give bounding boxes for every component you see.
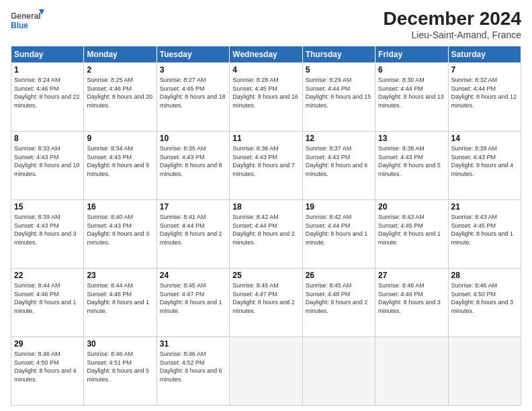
day-info-line: Daylight: 8 hours and 12 minutes. <box>451 93 517 109</box>
day-info-line: Sunset: 4:46 PM <box>87 85 132 92</box>
header: General Blue December 2024 Lieu-Saint-Am… <box>11 8 521 40</box>
day-number: 13 <box>378 134 445 143</box>
table-row: 19Sunrise: 8:42 AMSunset: 4:44 PMDayligh… <box>302 200 375 269</box>
day-info: Sunrise: 8:29 AMSunset: 4:44 PMDaylight:… <box>306 76 372 109</box>
calendar-week-row: 29Sunrise: 8:46 AMSunset: 4:50 PMDayligh… <box>11 337 521 406</box>
day-info-line: Sunrise: 8:46 AM <box>378 282 425 289</box>
day-info-line: Sunrise: 8:44 AM <box>87 282 133 289</box>
day-info-line: Sunrise: 8:44 AM <box>14 282 60 289</box>
day-info: Sunrise: 8:46 AMSunset: 4:51 PMDaylight:… <box>87 350 153 383</box>
table-row: 22Sunrise: 8:44 AMSunset: 4:46 PMDayligh… <box>11 269 84 337</box>
day-number: 26 <box>306 271 372 280</box>
table-row: 10Sunrise: 8:35 AMSunset: 4:43 PMDayligh… <box>157 132 229 200</box>
day-info-line: Sunrise: 8:34 AM <box>87 145 133 152</box>
table-row <box>230 337 302 406</box>
day-info-line: Sunrise: 8:37 AM <box>306 145 352 152</box>
day-info: Sunrise: 8:44 AMSunset: 4:46 PMDaylight:… <box>14 281 81 315</box>
day-info-line: Daylight: 8 hours and 15 minutes. <box>306 93 371 109</box>
day-info-line: Sunrise: 8:46 AM <box>87 351 133 357</box>
day-info-line: Sunset: 4:44 PM <box>232 222 277 229</box>
table-row: 29Sunrise: 8:46 AMSunset: 4:50 PMDayligh… <box>11 337 84 406</box>
day-info-line: Daylight: 8 hours and 5 minutes. <box>378 162 441 177</box>
day-info: Sunrise: 8:39 AMSunset: 4:43 PMDaylight:… <box>451 144 518 178</box>
day-info-line: Sunrise: 8:42 AM <box>306 214 352 220</box>
day-info-line: Sunset: 4:44 PM <box>306 85 351 92</box>
day-info-line: Daylight: 8 hours and 2 minutes. <box>306 299 368 314</box>
day-info-line: Sunset: 4:47 PM <box>160 291 205 298</box>
day-info-line: Daylight: 8 hours and 3 minutes. <box>451 299 514 314</box>
day-info-line: Sunrise: 8:35 AM <box>160 145 206 152</box>
logo: General Blue <box>11 8 44 32</box>
day-info-line: Sunrise: 8:45 AM <box>160 282 206 289</box>
day-info-line: Daylight: 8 hours and 9 minutes. <box>87 162 149 177</box>
day-info-line: Daylight: 8 hours and 6 minutes. <box>160 367 222 383</box>
day-info-line: Sunset: 4:43 PM <box>160 154 205 161</box>
day-number: 16 <box>87 202 153 212</box>
day-info: Sunrise: 8:46 AMSunset: 4:50 PMDaylight:… <box>14 350 81 383</box>
day-number: 2 <box>87 65 153 75</box>
day-info-line: Sunset: 4:45 PM <box>451 222 496 229</box>
day-info-line: Sunrise: 8:45 AM <box>306 282 352 289</box>
day-info: Sunrise: 8:28 AMSunset: 4:45 PMDaylight:… <box>232 76 299 109</box>
day-info-line: Daylight: 8 hours and 2 minutes. <box>232 230 295 246</box>
day-number: 27 <box>378 271 445 280</box>
day-info-line: Sunset: 4:43 PM <box>87 154 132 161</box>
table-row: 31Sunrise: 8:46 AMSunset: 4:52 PMDayligh… <box>157 337 229 406</box>
table-row <box>375 337 448 406</box>
day-info-line: Sunset: 4:46 PM <box>14 85 59 92</box>
day-number: 7 <box>451 65 518 75</box>
day-info-line: Daylight: 8 hours and 2 minutes. <box>160 230 222 246</box>
day-info-line: Daylight: 8 hours and 1 minute. <box>306 230 368 246</box>
day-number: 21 <box>451 202 518 212</box>
day-number: 30 <box>87 339 153 349</box>
table-row: 13Sunrise: 8:38 AMSunset: 4:43 PMDayligh… <box>375 132 448 200</box>
table-row: 3Sunrise: 8:27 AMSunset: 4:45 PMDaylight… <box>157 63 229 132</box>
day-number: 10 <box>160 134 226 143</box>
day-info: Sunrise: 8:25 AMSunset: 4:46 PMDaylight:… <box>87 76 153 109</box>
day-info-line: Sunrise: 8:29 AM <box>306 77 352 83</box>
day-info: Sunrise: 8:33 AMSunset: 4:43 PMDaylight:… <box>14 144 81 178</box>
col-wednesday: Wednesday <box>230 46 302 63</box>
svg-text:Blue: Blue <box>11 21 28 30</box>
col-sunday: Sunday <box>11 46 84 63</box>
day-info: Sunrise: 8:40 AMSunset: 4:43 PMDaylight:… <box>87 213 153 246</box>
day-number: 22 <box>14 271 81 280</box>
day-info-line: Daylight: 8 hours and 10 minutes. <box>14 162 80 177</box>
day-info: Sunrise: 8:37 AMSunset: 4:43 PMDaylight:… <box>306 144 372 178</box>
day-info-line: Sunset: 4:43 PM <box>87 222 132 229</box>
day-info-line: Daylight: 8 hours and 22 minutes. <box>14 93 80 109</box>
day-info-line: Sunrise: 8:38 AM <box>378 145 425 152</box>
day-number: 14 <box>451 134 518 143</box>
table-row: 11Sunrise: 8:36 AMSunset: 4:43 PMDayligh… <box>230 132 302 200</box>
day-info: Sunrise: 8:46 AMSunset: 4:50 PMDaylight:… <box>451 281 518 315</box>
calendar-week-row: 22Sunrise: 8:44 AMSunset: 4:46 PMDayligh… <box>11 269 521 337</box>
day-info-line: Sunset: 4:48 PM <box>306 291 351 298</box>
day-number: 9 <box>87 134 153 143</box>
day-info-line: Sunset: 4:47 PM <box>232 291 277 298</box>
day-number: 31 <box>160 339 226 349</box>
day-info-line: Daylight: 8 hours and 2 minutes. <box>232 299 295 314</box>
day-info-line: Sunrise: 8:46 AM <box>451 282 498 289</box>
day-info-line: Daylight: 8 hours and 1 minute. <box>378 230 441 246</box>
table-row: 18Sunrise: 8:42 AMSunset: 4:44 PMDayligh… <box>230 200 302 269</box>
table-row: 9Sunrise: 8:34 AMSunset: 4:43 PMDaylight… <box>84 132 157 200</box>
day-info-line: Daylight: 8 hours and 3 minutes. <box>378 299 441 314</box>
day-number: 28 <box>451 271 518 280</box>
day-info: Sunrise: 8:38 AMSunset: 4:43 PMDaylight:… <box>378 144 445 178</box>
calendar-title: December 2024 <box>384 8 521 30</box>
day-info-line: Daylight: 8 hours and 3 minutes. <box>87 230 149 246</box>
day-info: Sunrise: 8:39 AMSunset: 4:43 PMDaylight:… <box>14 213 81 246</box>
day-info: Sunrise: 8:43 AMSunset: 4:45 PMDaylight:… <box>378 213 445 246</box>
col-monday: Monday <box>84 46 157 63</box>
day-info: Sunrise: 8:44 AMSunset: 4:46 PMDaylight:… <box>87 281 153 315</box>
day-info-line: Sunrise: 8:42 AM <box>232 214 279 220</box>
table-row: 23Sunrise: 8:44 AMSunset: 4:46 PMDayligh… <box>84 269 157 337</box>
table-row <box>302 337 375 406</box>
day-info-line: Sunset: 4:44 PM <box>451 85 496 92</box>
day-info-line: Sunrise: 8:32 AM <box>451 77 498 83</box>
day-info-line: Daylight: 8 hours and 1 minute. <box>87 299 149 314</box>
day-info-line: Sunset: 4:43 PM <box>378 154 423 161</box>
day-number: 4 <box>232 65 299 75</box>
col-tuesday: Tuesday <box>157 46 229 63</box>
table-row: 27Sunrise: 8:46 AMSunset: 4:49 PMDayligh… <box>375 269 448 337</box>
